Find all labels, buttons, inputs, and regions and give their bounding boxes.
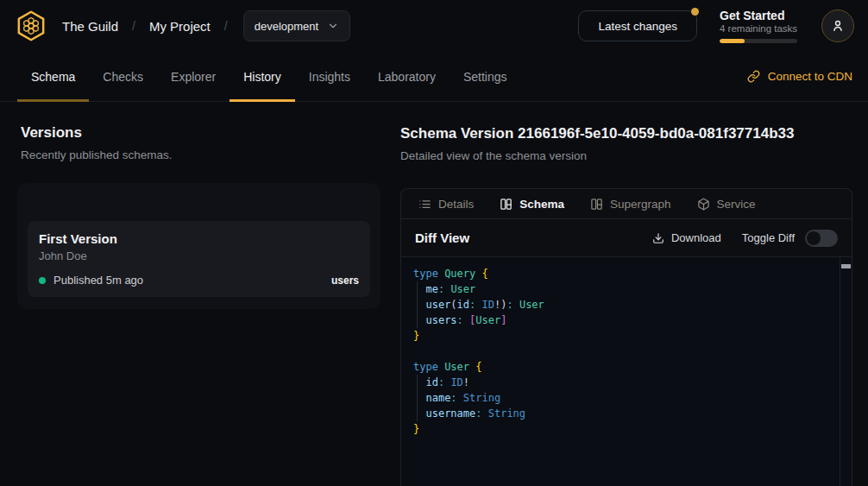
code-line: type User { [413, 359, 840, 375]
breadcrumb-organization[interactable]: The Guild [62, 19, 118, 34]
detail-tab-service[interactable]: Service [697, 198, 756, 211]
latest-changes-label: Latest changes [598, 20, 677, 33]
code-line [413, 344, 840, 359]
person-icon [830, 18, 846, 34]
code-line: type Query { [413, 266, 840, 281]
download-label: Download [671, 231, 721, 244]
tab-schema[interactable]: Schema [17, 52, 89, 101]
detail-tab-schema[interactable]: Schema [500, 198, 564, 211]
diff-view-title: Diff View [415, 230, 469, 245]
guild-hive-logo-icon[interactable] [14, 9, 48, 43]
toggle-diff-label: Toggle Diff [742, 231, 795, 244]
toggle-diff-knob [807, 231, 821, 245]
app-header: The Guild / My Project / development Lat… [0, 0, 868, 52]
target-selector-dropdown[interactable]: development [243, 10, 350, 41]
detail-tab-label: Schema [519, 198, 564, 211]
version-author: John Doe [39, 249, 359, 262]
code-block: type Query { me: User user(id: ID!): Use… [401, 257, 852, 445]
code-line: name: String [413, 390, 840, 406]
chevron-down-icon [327, 20, 339, 32]
detail-tabs: DetailsSchemaSupergraphService [401, 189, 852, 219]
columns-icon [590, 198, 603, 211]
get-started-title: Get Started [720, 9, 799, 22]
version-detail-panel: DetailsSchemaSupergraphService Diff View… [400, 188, 852, 486]
version-list-item[interactable]: First Version John Doe Published 5m ago … [28, 221, 370, 297]
versions-title: Versions [21, 124, 173, 142]
code-scrollbar-thumb[interactable] [841, 264, 851, 268]
tab-settings[interactable]: Settings [450, 52, 521, 101]
versions-list-card: First Version John Doe Published 5m ago … [17, 183, 381, 309]
schema-sdl-viewer[interactable]: type Query { me: User user(id: ID!): Use… [401, 257, 852, 486]
diff-view-toolbar: Diff View Download Toggle Diff [401, 219, 852, 257]
detail-tab-label: Details [438, 198, 474, 211]
code-line: user(id: ID!): User [413, 297, 840, 312]
notification-dot [691, 8, 699, 16]
detail-tab-supergraph[interactable]: Supergraph [590, 198, 671, 211]
code-line: username: String [413, 406, 840, 421]
version-name: First Version [39, 231, 359, 246]
code-line: users: [User] [413, 312, 840, 328]
get-started-progress-fill [720, 39, 745, 43]
version-detail-header: Schema Version 2166196f-5e10-4059-bd0a-0… [400, 125, 858, 162]
tab-checks[interactable]: Checks [89, 52, 157, 101]
latest-changes-button[interactable]: Latest changes [578, 10, 697, 41]
target-selector-value: development [255, 20, 318, 33]
published-status-dot [39, 277, 46, 284]
primary-nav: SchemaChecksExplorerHistoryInsightsLabor… [0, 52, 868, 102]
detail-tab-label: Supergraph [610, 198, 671, 211]
connect-to-cdn-button[interactable]: Connect to CDN [747, 52, 852, 101]
code-scrollbar-track[interactable] [840, 257, 852, 486]
toggle-diff-switch[interactable] [805, 230, 838, 247]
schema-version-subtitle: Detailed view of the schema version [400, 149, 858, 162]
primary-nav-tabs: SchemaChecksExplorerHistoryInsightsLabor… [17, 52, 521, 101]
breadcrumb-project[interactable]: My Project [149, 19, 211, 34]
tab-laboratory[interactable]: Laboratory [364, 52, 450, 101]
user-avatar-button[interactable] [821, 9, 854, 42]
service-name-badge: users [331, 275, 359, 287]
code-line: } [413, 328, 840, 344]
schema-version-title: Schema Version 2166196f-5e10-4059-bd0a-0… [400, 125, 858, 142]
link-icon [747, 70, 760, 83]
breadcrumb-separator: / [224, 19, 228, 33]
tab-history[interactable]: History [230, 52, 295, 101]
get-started-remaining-tasks: 4 remaining tasks [720, 23, 799, 34]
published-status-text: Published 5m ago [53, 274, 143, 287]
cube-icon [697, 198, 710, 211]
code-line: me: User [413, 281, 840, 297]
columns-icon [500, 198, 513, 211]
tab-explorer[interactable]: Explorer [157, 52, 230, 101]
code-line: } [413, 421, 840, 437]
detail-tab-label: Service [717, 198, 756, 211]
detail-tab-details[interactable]: Details [418, 198, 474, 211]
download-button[interactable]: Download [652, 231, 721, 244]
code-line: id: ID! [413, 375, 840, 390]
connect-to-cdn-label: Connect to CDN [768, 70, 852, 83]
get-started-progress-track [720, 39, 797, 43]
versions-header: Versions Recently published schemas. [21, 124, 173, 161]
list-icon [418, 198, 431, 211]
versions-subtitle: Recently published schemas. [21, 148, 173, 161]
download-icon [652, 232, 664, 244]
tab-insights[interactable]: Insights [295, 52, 364, 101]
breadcrumb-separator: / [132, 19, 135, 33]
get-started-widget[interactable]: Get Started 4 remaining tasks [720, 9, 799, 43]
